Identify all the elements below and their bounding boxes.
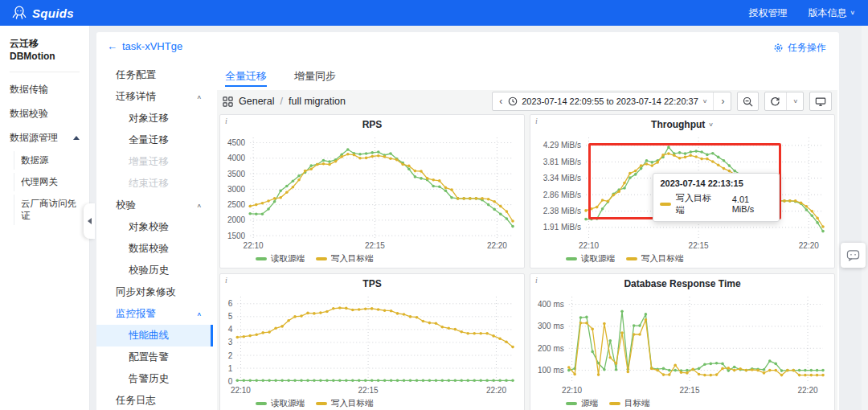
svg-text:22:15: 22:15 [689,241,709,250]
tab-full-migration[interactable]: 全量迁移 [225,64,267,88]
panel-legend: 读取源端写入目标端 [535,252,829,266]
subnav-item[interactable]: 配置告警 [96,346,213,368]
svg-text:3000: 3000 [227,185,246,194]
subnav-item[interactable]: 增量迁移 [96,151,213,173]
sidebar-item[interactable]: 代理网关 [0,166,89,188]
panel-info-icon[interactable]: i [535,276,538,285]
legend-item[interactable]: 写入目标端 [316,253,374,264]
refresh-button[interactable]: ∨ [764,92,804,111]
svg-text:22:10: 22:10 [579,241,599,250]
subnav-item[interactable]: 结束迁移 [96,173,213,195]
legend-label: 写入目标端 [331,398,374,409]
subnav-item[interactable]: 告警历史 [96,368,213,390]
chart-area[interactable]: 012345622:1022:1522:20 [225,292,519,396]
chevron-up-icon: ∧ [196,311,202,318]
subnav-item[interactable]: 全量迁移 [96,129,213,151]
panel-title[interactable]: TPS [362,278,381,289]
legend-label: 读取源端 [581,253,615,264]
svg-text:22:10: 22:10 [244,241,264,250]
sidebar-item[interactable]: 数据校验 [0,96,89,121]
sidebar-item[interactable]: 数据传输 [0,72,89,96]
panel-title[interactable]: Database Response Time [624,278,740,289]
chart-area[interactable]: 100 ms200 ms300 ms400 ms22:1022:1522:20 [535,292,829,396]
monitor-icon [815,96,826,107]
svg-text:22:15: 22:15 [365,241,385,250]
legend-item[interactable]: 写入目标端 [626,253,684,264]
series-color-dash [256,402,267,405]
panel-title[interactable]: Throughput∨ [651,119,714,130]
svg-text:22:10: 22:10 [231,386,251,395]
sidebar-item-label: 数据校验 [10,107,48,121]
back-to-task-link[interactable]: ← task-xVHTge [107,40,182,52]
svg-text:2000: 2000 [227,215,246,224]
subnav-item-label: 对象迁移 [129,112,169,125]
time-next-icon[interactable]: › [719,96,726,107]
panel-legend: 读取源端写入目标端 [225,396,519,410]
subnav-item[interactable]: 任务日志 [96,390,213,410]
scrollbar-track[interactable] [862,26,868,410]
legend-item[interactable]: 写入目标端 [316,398,374,409]
legend-item[interactable]: 读取源端 [256,398,305,409]
subnav-item[interactable]: 同步对象修改 [96,281,213,303]
sidebar-item[interactable]: 云厂商访问凭证 [0,188,89,222]
tv-mode-button[interactable] [809,92,832,111]
sidebar-collapse-handle[interactable] [84,203,95,239]
panel-legend: 读取源端写入目标端 [225,252,519,266]
sidebar-item-label: 代理网关 [21,176,58,188]
version-info-link[interactable]: 版本信息 ∨ [808,6,855,20]
breadcrumb-section[interactable]: General [239,96,274,107]
subnav-item[interactable]: 校验历史 [96,260,213,281]
panel-title[interactable]: RPS [362,119,383,130]
task-subnav: 任务配置迁移详情∧对象迁移全量迁移增量迁移结束迁移校验∧对象校验数据校验校验历史… [96,64,213,410]
sidebar-item-label: 数据源 [21,154,49,166]
legend-item[interactable]: 目标端 [609,398,650,409]
panel-title-text: Throughput [651,119,705,130]
breadcrumb-page: full migration [289,96,346,107]
license-management-link[interactable]: 授权管理 [748,6,787,20]
time-range-picker[interactable]: ‹ 2023-07-14 22:09:55 to 2023-07-14 22:2… [492,92,731,111]
logo-text: Squids [32,6,74,20]
sidebar-item[interactable]: 数据源 [0,145,89,166]
chart-area[interactable]: 2023-07-14 22:13:15写入目标端4.01 MiB/s1.91 M… [535,133,829,252]
chevron-down-icon[interactable]: ∨ [792,98,798,105]
subnav-item[interactable]: 监控报警∧ [96,303,213,325]
subnav-item-label: 任务配置 [116,68,156,82]
series-color-dash [626,257,637,260]
task-actions-button[interactable]: 任务操作 [773,41,826,55]
legend-item[interactable]: 读取源端 [256,253,305,264]
logo[interactable]: Squids [11,5,74,21]
subnav-item[interactable]: 校验∧ [96,195,213,216]
panel-info-icon[interactable]: i [535,117,538,125]
svg-text:4: 4 [228,325,233,334]
legend-item[interactable]: 读取源端 [566,253,615,264]
sidebar-item[interactable]: 数据源管理 [0,121,89,145]
subnav-item[interactable]: 性能曲线 [96,325,213,346]
subnav-item[interactable]: 数据校验 [96,238,213,260]
panel-legend: 源端目标端 [535,396,829,410]
chevron-down-icon: ∨ [850,10,855,16]
svg-text:5: 5 [228,312,233,321]
chevron-up-icon [73,136,80,140]
chat-support-button[interactable] [841,243,866,268]
chevron-left-icon [88,218,92,224]
tab-incremental-sync[interactable]: 增量同步 [294,64,336,88]
panel-title-text: TPS [362,278,381,289]
svg-text:2: 2 [228,351,233,360]
chart-area[interactable]: 150020002500300035004000450022:1022:1522… [225,133,519,252]
svg-text:22:20: 22:20 [799,241,819,250]
subnav-item[interactable]: 对象迁移 [96,108,213,129]
subnav-item[interactable]: 对象校验 [96,216,213,238]
legend-item[interactable]: 源端 [566,398,598,409]
time-prev-icon[interactable]: ‹ [497,96,504,107]
series-color-dash [256,257,267,260]
subnav-item-label: 迁移详情 [116,90,156,104]
gear-icon [773,43,784,53]
series-color-dash [660,203,671,206]
octopus-logo-icon [11,5,27,21]
panel-info-icon[interactable]: i [225,117,227,125]
subnav-item[interactable]: 迁移详情∧ [96,86,213,108]
panel-info-icon[interactable]: i [225,276,227,285]
sidebar-item-label: 数据源管理 [10,131,58,145]
subnav-item[interactable]: 任务配置 [96,64,213,86]
zoom-out-button[interactable] [737,92,759,111]
